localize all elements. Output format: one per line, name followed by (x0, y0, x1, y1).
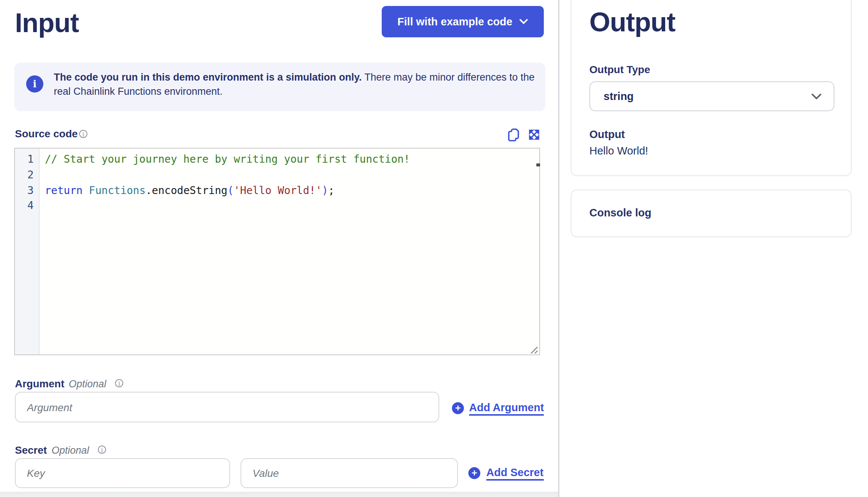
console-log-label: Console log (589, 207, 651, 219)
column-divider (558, 0, 559, 497)
plus-circle-icon[interactable]: + (452, 402, 464, 414)
banner-text-bold: The code you run in this demo environmen… (54, 72, 362, 83)
output-type-label: Output Type (589, 63, 650, 75)
line-number: 1 (15, 151, 39, 167)
secret-label: Secret (15, 444, 47, 456)
bottom-edge-band (0, 492, 558, 497)
secret-info-icon[interactable]: i (98, 446, 106, 454)
source-code-editor[interactable]: 1234 // Start your journey here by writi… (14, 148, 540, 355)
line-numbers: 1234 (15, 149, 40, 354)
fill-button-label: Fill with example code (397, 16, 512, 28)
banner-text: The code you run in this demo environmen… (54, 70, 536, 99)
info-icon: i (26, 75, 43, 93)
code-line: return Functions.encodeString('Hello Wor… (45, 182, 533, 198)
secret-value-input[interactable] (241, 458, 458, 488)
output-title: Output (589, 7, 675, 38)
argument-input[interactable] (15, 392, 439, 422)
add-argument-link[interactable]: Add Argument (469, 401, 544, 416)
argument-info-icon[interactable]: i (115, 379, 123, 387)
source-code-label: Source code (15, 128, 78, 140)
line-number: 2 (15, 167, 39, 183)
line-number: 3 (15, 182, 39, 198)
secret-key-input[interactable] (15, 458, 230, 488)
chevron-down-icon (519, 19, 528, 25)
output-result-value: Hello World! (589, 145, 648, 157)
source-code-info-icon[interactable]: i (79, 130, 87, 138)
page: Input Fill with example code i The code … (0, 0, 868, 497)
output-type-value: string (590, 90, 811, 102)
secret-optional-label: Optional (52, 445, 89, 456)
fill-with-example-code-button[interactable]: Fill with example code (382, 6, 544, 37)
argument-optional-label: Optional (69, 378, 106, 390)
input-title: Input (15, 7, 79, 39)
plus-circle-icon[interactable]: + (468, 467, 480, 479)
add-secret-link[interactable]: Add Secret (486, 466, 543, 481)
output-result-label: Output (589, 128, 625, 140)
code-content[interactable]: // Start your journey here by writing yo… (45, 151, 533, 213)
output-type-select[interactable]: string (589, 81, 834, 111)
argument-label: Argument (15, 378, 64, 390)
scrollbar-thumb[interactable] (536, 163, 540, 166)
copy-icon[interactable] (508, 128, 519, 142)
chevron-down-icon (811, 93, 822, 100)
code-line (45, 198, 533, 214)
code-line (45, 167, 533, 183)
expand-icon[interactable] (528, 128, 540, 141)
line-number: 4 (15, 198, 39, 214)
resize-handle[interactable] (529, 344, 539, 354)
code-line: // Start your journey here by writing yo… (45, 151, 533, 167)
